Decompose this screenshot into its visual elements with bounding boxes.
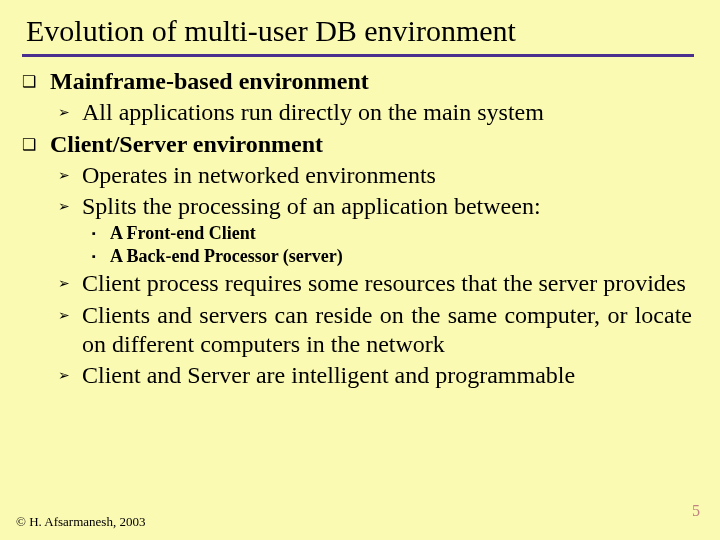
bullet-clientserver: ❑ Client/Server environment: [22, 130, 698, 159]
subbullet-cs-1: ➢ Operates in networked environments: [58, 161, 698, 190]
subbullet-cs-4: ➢ Clients and servers can reside on the …: [58, 301, 698, 360]
arrow-icon: ➢: [58, 192, 82, 221]
square-icon: ▪: [92, 223, 110, 245]
arrow-icon: ➢: [58, 161, 82, 190]
arrow-icon: ➢: [58, 361, 82, 390]
subbullet-cs-2: ➢ Splits the processing of an applicatio…: [58, 192, 698, 221]
content-body: ❑ Mainframe-based environment ➢ All appl…: [22, 67, 698, 390]
text: Client/Server environment: [50, 130, 698, 159]
text: A Back-end Processor (server): [110, 246, 698, 268]
text: All applications run directly on the mai…: [82, 98, 698, 127]
arrow-icon: ➢: [58, 301, 82, 360]
page-title: Evolution of multi-user DB environment: [26, 14, 698, 48]
text: Clients and servers can reside on the sa…: [82, 301, 698, 360]
title-underline: [22, 54, 694, 57]
text: Splits the processing of an application …: [82, 192, 698, 221]
subbullet-cs-3: ➢ Client process requires some resources…: [58, 269, 698, 298]
square-icon: ▪: [92, 246, 110, 268]
subsubbullet-frontend: ▪ A Front-end Client: [92, 223, 698, 245]
arrow-icon: ➢: [58, 269, 82, 298]
slide: Evolution of multi-user DB environment ❑…: [0, 0, 720, 540]
bullet-mainframe: ❑ Mainframe-based environment: [22, 67, 698, 96]
hollow-square-icon: ❑: [22, 67, 50, 96]
text: A Front-end Client: [110, 223, 698, 245]
text: Mainframe-based environment: [50, 67, 698, 96]
page-number: 5: [692, 502, 700, 520]
text: Client process requires some resources t…: [82, 269, 698, 298]
subsubbullet-backend: ▪ A Back-end Processor (server): [92, 246, 698, 268]
hollow-square-icon: ❑: [22, 130, 50, 159]
arrow-icon: ➢: [58, 98, 82, 127]
subbullet-mainframe-1: ➢ All applications run directly on the m…: [58, 98, 698, 127]
subbullet-cs-5: ➢ Client and Server are intelligent and …: [58, 361, 698, 390]
text: Client and Server are intelligent and pr…: [82, 361, 698, 390]
text: Operates in networked environments: [82, 161, 698, 190]
copyright-text: © H. Afsarmanesh, 2003: [16, 514, 145, 530]
